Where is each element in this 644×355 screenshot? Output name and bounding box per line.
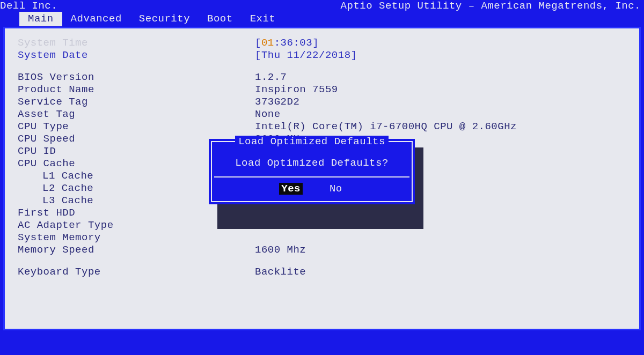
cpu-type-label: CPU Type xyxy=(18,121,255,133)
tab-advanced[interactable]: Advanced xyxy=(62,12,130,26)
asset-tag-value: None xyxy=(255,108,281,121)
asset-tag-label: Asset Tag xyxy=(18,108,255,121)
product-name-label: Product Name xyxy=(18,84,255,96)
cpu-type-value: Intel(R) Core(TM) i7-6700HQ CPU @ 2.60GH… xyxy=(255,121,517,133)
keyboard-type-value: Backlite xyxy=(255,266,306,278)
utility-title: Aptio Setup Utility – American Megatrend… xyxy=(341,0,644,12)
dialog-no-button[interactable]: No xyxy=(327,183,345,195)
tab-boot[interactable]: Boot xyxy=(199,12,241,26)
system-date-value[interactable]: [Thu 11/22/2018] xyxy=(255,49,357,62)
dialog-title: Load Optimized Defaults xyxy=(235,136,389,147)
key-legend: ↑↓→←:Move F9:Load Defaults Enter:Select … xyxy=(0,330,644,355)
menu-tabbar: Main Advanced Security Boot Exit xyxy=(0,12,644,26)
system-date-label: System Date xyxy=(18,49,255,62)
vendor-label: Dell Inc. xyxy=(0,0,57,12)
memory-speed-value: 1600 Mhz xyxy=(255,244,306,256)
tab-security[interactable]: Security xyxy=(130,12,199,26)
keyboard-type-label: Keyboard Type xyxy=(18,266,255,278)
dialog-yes-button[interactable]: Yes xyxy=(279,183,303,195)
bios-version-label: BIOS Version xyxy=(18,71,255,84)
tab-main[interactable]: Main xyxy=(19,12,62,26)
product-name-value: Inspiron 7559 xyxy=(255,84,338,96)
bios-version-value: 1.2.7 xyxy=(255,71,287,84)
dialog-message: Load Optimized Defaults? xyxy=(212,147,412,176)
load-defaults-dialog: Load Optimized Defaults Load Optimized D… xyxy=(209,139,415,204)
service-tag-value: 373G2D2 xyxy=(255,96,299,108)
service-tag-label: Service Tag xyxy=(18,96,255,108)
main-panel: System Time [01:36:03] System Date [Thu … xyxy=(3,27,641,330)
memory-speed-label: Memory Speed xyxy=(18,244,255,256)
tab-exit[interactable]: Exit xyxy=(241,12,284,26)
system-time-value[interactable]: [01:36:03] xyxy=(255,37,319,49)
system-time-label: System Time xyxy=(18,37,255,49)
system-memory-label: System Memory xyxy=(18,232,255,244)
